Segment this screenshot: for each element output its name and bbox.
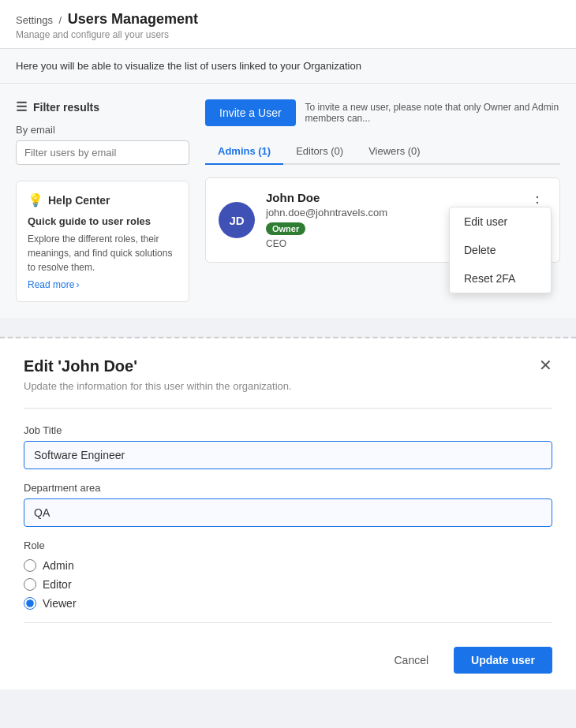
help-center-label: Help Center xyxy=(48,194,110,207)
guide-text-content: Explore the different roles, their meani… xyxy=(28,233,172,273)
user-name: John Doe xyxy=(266,191,547,204)
user-card: JD John Doe john.doe@johntravels.com Own… xyxy=(205,177,560,263)
filter-icon: ☰ xyxy=(16,99,27,114)
sidebar: ☰ Filter results By email 💡 Help Center … xyxy=(16,99,189,302)
tab-viewers[interactable]: Viewers (0) xyxy=(356,139,433,165)
invite-note: To invite a new user, please note that o… xyxy=(305,102,560,124)
edit-subtitle: Update the information for this user wit… xyxy=(24,380,552,392)
invite-row: Invite a User To invite a new user, plea… xyxy=(205,99,560,126)
invite-user-button[interactable]: Invite a User xyxy=(205,99,296,126)
context-menu-edit[interactable]: Edit user xyxy=(450,207,551,236)
guide-title: Quick guide to user roles xyxy=(28,215,178,227)
update-user-button[interactable]: Update user xyxy=(454,647,552,674)
radio-viewer: Viewer xyxy=(24,597,552,610)
edit-divider xyxy=(24,408,552,409)
help-center-title: 💡 Help Center xyxy=(28,192,178,207)
form-actions: Cancel Update user xyxy=(24,636,552,689)
job-title-input[interactable] xyxy=(24,441,552,469)
avatar: JD xyxy=(219,202,255,238)
breadcrumb-separator: / xyxy=(59,14,62,26)
guide-text: Explore the different roles, their meani… xyxy=(28,232,178,274)
radio-editor: Editor xyxy=(24,578,552,591)
tab-admins[interactable]: Admins (1) xyxy=(205,139,283,165)
context-menu: Edit user Delete Reset 2FA xyxy=(449,207,552,293)
radio-editor-input[interactable] xyxy=(24,578,36,591)
radio-viewer-label: Viewer xyxy=(43,597,77,610)
page-header: Settings / Users Management Manage and c… xyxy=(0,0,576,49)
email-filter-input[interactable] xyxy=(16,140,189,165)
department-input[interactable] xyxy=(24,498,552,527)
radio-admin-input[interactable] xyxy=(24,559,36,572)
breadcrumb: Settings / Users Management xyxy=(16,11,560,28)
info-bar: Here you will be able to visualize the l… xyxy=(0,49,576,84)
close-button[interactable]: ✕ xyxy=(539,357,552,373)
radio-admin: Admin xyxy=(24,559,552,572)
role-label: Role xyxy=(24,539,552,551)
radio-editor-label: Editor xyxy=(43,578,72,591)
tab-editors[interactable]: Editors (0) xyxy=(283,139,356,165)
breadcrumb-settings: Settings xyxy=(16,14,53,26)
radio-admin-label: Admin xyxy=(43,559,74,572)
edit-panel: Edit 'John Doe' ✕ Update the information… xyxy=(0,338,576,689)
radio-viewer-input[interactable] xyxy=(24,597,36,610)
help-icon: 💡 xyxy=(28,192,43,207)
department-group: Department area xyxy=(24,482,552,527)
department-label: Department area xyxy=(24,482,552,494)
read-more-arrow-icon: › xyxy=(76,279,79,290)
tabs: Admins (1) Editors (0) Viewers (0) xyxy=(205,139,560,165)
context-menu-delete[interactable]: Delete xyxy=(450,236,551,264)
job-title-label: Job Title xyxy=(24,424,552,436)
job-title-group: Job Title xyxy=(24,424,552,469)
page-title: Users Management xyxy=(68,11,198,27)
by-email-label: By email xyxy=(16,124,189,136)
edit-header: Edit 'John Doe' ✕ xyxy=(24,357,552,375)
filter-header: ☰ Filter results xyxy=(16,99,189,114)
read-more-label: Read more xyxy=(28,279,74,290)
owner-badge: Owner xyxy=(266,222,305,235)
edit-title: Edit 'John Doe' xyxy=(24,357,137,375)
help-center-box: 💡 Help Center Quick guide to user roles … xyxy=(16,181,189,302)
page-subtitle: Manage and configure all your users xyxy=(16,29,560,40)
role-group: Role Admin Editor Viewer xyxy=(24,539,552,610)
cancel-button[interactable]: Cancel xyxy=(378,647,444,674)
right-panel: Invite a User To invite a new user, plea… xyxy=(205,99,560,302)
filter-label: Filter results xyxy=(33,101,99,114)
form-footer-divider xyxy=(24,622,552,623)
main-content: ☰ Filter results By email 💡 Help Center … xyxy=(0,84,576,318)
read-more-link[interactable]: Read more › xyxy=(28,279,178,290)
info-text: Here you will be able to visualize the l… xyxy=(16,60,361,72)
context-menu-reset[interactable]: Reset 2FA xyxy=(450,264,551,293)
